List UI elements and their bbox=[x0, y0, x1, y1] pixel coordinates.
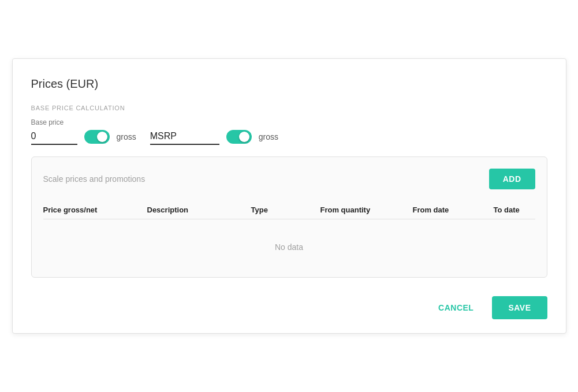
toggle-thumb bbox=[97, 132, 107, 142]
msrp-input-row: MSRP gross bbox=[150, 129, 278, 145]
scale-prices-placeholder: Scale prices and promotions bbox=[43, 174, 146, 184]
msrp-label: MSRP bbox=[150, 129, 219, 145]
col-from-quantity: From quantity bbox=[320, 206, 413, 214]
base-price-label: Base price bbox=[31, 118, 136, 126]
msrp-toggle-thumb bbox=[239, 132, 249, 142]
scale-prices-box: Scale prices and promotions ADD Price gr… bbox=[31, 156, 547, 278]
base-price-gross-label: gross bbox=[117, 132, 136, 141]
base-price-row: Base price gross MSRP bbox=[31, 118, 547, 145]
msrp-gross-label: gross bbox=[259, 132, 278, 141]
prices-dialog: Prices (EUR) BASE PRICE CALCULATION Base… bbox=[12, 58, 566, 334]
msrp-toggle[interactable] bbox=[226, 130, 252, 144]
cancel-button[interactable]: CANCEL bbox=[427, 296, 485, 319]
col-description: Description bbox=[147, 206, 251, 214]
base-price-toggle[interactable] bbox=[84, 130, 110, 144]
base-price-input[interactable] bbox=[31, 129, 77, 145]
dialog-title: Prices (EUR) bbox=[31, 77, 547, 91]
add-button[interactable]: ADD bbox=[489, 169, 535, 189]
col-to-date: To date bbox=[494, 206, 563, 214]
table-header: Price gross/net Description Type From qu… bbox=[43, 201, 535, 219]
save-button[interactable]: SAVE bbox=[492, 296, 547, 319]
base-price-field-group: Base price gross bbox=[31, 118, 136, 145]
msrp-field-group: MSRP gross bbox=[150, 129, 278, 145]
col-from-date: From date bbox=[413, 206, 494, 214]
col-type: Type bbox=[251, 206, 320, 214]
dialog-footer: CANCEL SAVE bbox=[31, 292, 547, 319]
section-label-base-price: BASE PRICE CALCULATION bbox=[31, 104, 547, 111]
scale-prices-header: Scale prices and promotions ADD bbox=[43, 169, 535, 189]
base-price-input-row: gross bbox=[31, 129, 136, 145]
col-price-gross-net: Price gross/net bbox=[43, 206, 147, 214]
no-data-message: No data bbox=[43, 229, 535, 266]
